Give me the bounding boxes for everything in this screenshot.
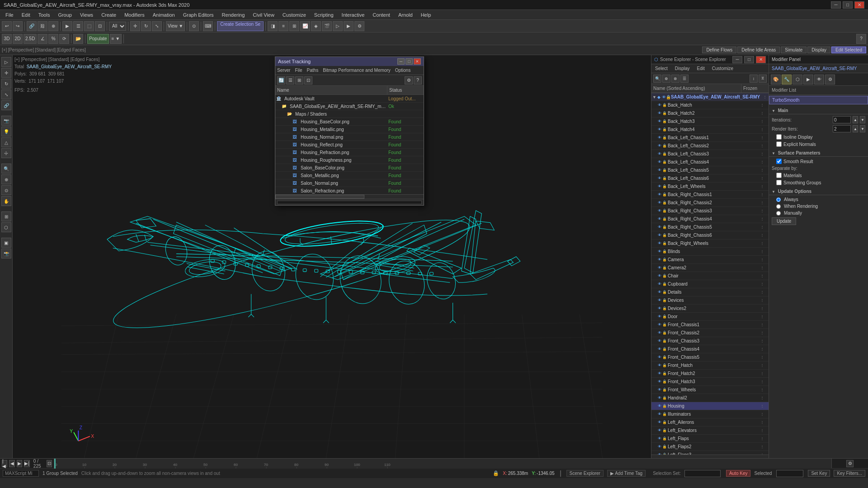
layer-manager[interactable]: ⊞: [289, 21, 299, 31]
isoline-display-checkbox[interactable]: [776, 134, 782, 140]
se-list-item[interactable]: 👁 🔒 Left_Ailerons ⋮: [651, 418, 769, 427]
se-item-lock[interactable]: 🔒: [662, 445, 667, 449]
display-btn[interactable]: Display: [807, 47, 830, 53]
se-item-action[interactable]: ⋮: [760, 184, 768, 188]
se-list-item[interactable]: 👁 🔒 Front_Chassis3 ⋮: [651, 337, 769, 345]
at-list-item[interactable]: 🖼 Housing_Normal.png Found: [275, 133, 424, 141]
se-item-action[interactable]: ⋮: [760, 217, 768, 221]
at-list-item[interactable]: 🖼 Housing_Reflect.png Found: [275, 141, 424, 149]
se-menu-select[interactable]: Select: [653, 66, 670, 71]
at-tb-btn2[interactable]: ☰: [286, 76, 294, 84]
se-item-lock[interactable]: 🔒: [662, 331, 667, 335]
se-list-item[interactable]: 👁 🔒 Left_Flaps3 ⋮: [651, 451, 769, 455]
se-item-action[interactable]: ⋮: [760, 331, 768, 335]
se-list-item[interactable]: 👁 🔒 Left_Flaps2 ⋮: [651, 443, 769, 451]
define-flows-btn[interactable]: Define Flows: [702, 47, 736, 53]
se-item-eye[interactable]: 👁: [658, 127, 661, 131]
se-item-lock[interactable]: 🔒: [662, 209, 667, 213]
menu-rendering[interactable]: Rendering: [218, 11, 249, 19]
se-item-lock[interactable]: 🔒: [662, 290, 667, 294]
lt-orbit[interactable]: ⊙: [1, 185, 11, 195]
materials-checkbox[interactable]: [776, 173, 782, 178]
minimize-button[interactable]: ─: [831, 1, 841, 9]
se-col-frozen-header[interactable]: Frozen: [741, 86, 769, 91]
lt-render-region[interactable]: ▣: [1, 238, 11, 248]
se-item-eye[interactable]: 👁: [658, 314, 661, 319]
se-item-action[interactable]: ⋮: [760, 119, 768, 123]
se-item-eye[interactable]: 👁: [658, 412, 661, 416]
se-item-eye[interactable]: 👁: [658, 298, 661, 302]
menu-interactive[interactable]: Interactive: [338, 11, 368, 19]
se-item-lock[interactable]: 🔒: [662, 258, 667, 262]
se-item-action[interactable]: ⋮: [760, 412, 768, 416]
se-item-lock[interactable]: 🔒: [662, 144, 667, 148]
se-item-action[interactable]: ⋮: [760, 176, 768, 180]
se-root-eye[interactable]: 👁: [662, 95, 666, 99]
lt-lights[interactable]: 💡: [1, 127, 11, 136]
se-item-lock[interactable]: 🔒: [662, 160, 667, 164]
se-item-lock[interactable]: 🔒: [662, 249, 667, 253]
scene-explorer-indicator[interactable]: Scene Explorer: [566, 470, 604, 477]
se-item-lock[interactable]: 🔒: [662, 233, 667, 237]
manually-radio[interactable]: [776, 211, 781, 216]
turbosmooth-modifier-item[interactable]: TurboSmooth: [769, 96, 868, 104]
at-close-btn[interactable]: ✕: [414, 58, 421, 65]
selection-filter[interactable]: All: [109, 22, 126, 31]
surface-params-collapse[interactable]: ▼: [772, 151, 775, 155]
lt-zoom-all[interactable]: ⊕: [1, 174, 11, 184]
menu-animation[interactable]: Animation: [149, 11, 179, 19]
spinner-snap[interactable]: ⟳: [59, 34, 69, 44]
se-item-eye[interactable]: 👁: [658, 290, 661, 294]
se-item-action[interactable]: ⋮: [760, 371, 768, 375]
se-list-item[interactable]: 👁 🔒 Camera ⋮: [651, 256, 769, 264]
se-item-action[interactable]: ⋮: [760, 201, 768, 205]
se-list-item[interactable]: 👁 🔒 Back_Left_Chassis3 ⋮: [651, 150, 769, 158]
menu-civil-view[interactable]: Civil View: [249, 11, 278, 19]
at-settings-btn[interactable]: ⚙: [405, 76, 413, 84]
se-filter-btn[interactable]: ⧖: [759, 75, 767, 83]
at-tb-btn3[interactable]: ⊞: [295, 76, 303, 84]
se-item-eye[interactable]: 👁: [658, 249, 661, 253]
se-item-action[interactable]: ⋮: [760, 298, 768, 302]
se-menu-edit[interactable]: Edit: [695, 66, 707, 71]
se-item-action[interactable]: ⋮: [760, 396, 768, 400]
se-list-item[interactable]: 👁 🔒 Front_Hatch3 ⋮: [651, 378, 769, 386]
se-item-action[interactable]: ⋮: [760, 445, 768, 449]
se-item-lock[interactable]: 🔒: [662, 371, 667, 375]
se-item-lock[interactable]: 🔒: [662, 347, 667, 351]
lt-helpers[interactable]: ☩: [1, 148, 11, 158]
se-item-lock[interactable]: 🔒: [662, 396, 667, 400]
se-list-item[interactable]: 👁 🔒 Left_Elevators ⋮: [651, 427, 769, 435]
at-list-item[interactable]: 📂 Maps / Shaders: [275, 110, 424, 118]
se-list-item[interactable]: 👁 🔒 Front_Chassis2 ⋮: [651, 329, 769, 337]
add-time-tag-btn[interactable]: ▶ Add Time Tag: [607, 470, 646, 477]
se-item-lock[interactable]: 🔒: [662, 225, 667, 229]
se-list-item[interactable]: 👁 🔒 Door ⋮: [651, 313, 769, 321]
se-item-lock[interactable]: 🔒: [662, 266, 667, 270]
pivot-center[interactable]: ⊙: [189, 21, 199, 31]
se-item-eye[interactable]: 👁: [658, 355, 661, 359]
at-help-btn[interactable]: ?: [414, 76, 422, 84]
at-col-name[interactable]: Name: [275, 86, 387, 94]
lt-link[interactable]: 🔗: [1, 100, 11, 110]
se-item-eye[interactable]: 👁: [658, 103, 661, 107]
iterations-up[interactable]: ▲: [853, 116, 858, 123]
at-list-item[interactable]: 📁 SAAB_GlobalEye_AEW_Aircraft_SE-RMY_max…: [275, 103, 424, 110]
se-root-lock[interactable]: 🔒: [666, 95, 671, 99]
se-item-action[interactable]: ⋮: [760, 225, 768, 229]
menu-scripting[interactable]: Scripting: [311, 11, 337, 19]
se-item-action[interactable]: ⋮: [760, 290, 768, 294]
se-item-lock[interactable]: 🔒: [662, 152, 667, 156]
at-list-item[interactable]: 🖼 Salon_Normal.png Found: [275, 179, 424, 187]
se-tb-btn1[interactable]: 🔍: [653, 75, 661, 83]
se-item-eye[interactable]: 👁: [658, 363, 661, 367]
snap-toggle-3d[interactable]: 3D: [2, 34, 12, 44]
se-list-item[interactable]: 👁 🔒 Back_Left_Chassis5 ⋮: [651, 166, 769, 174]
at-tb-btn1[interactable]: 🔄: [277, 76, 285, 84]
se-item-eye[interactable]: 👁: [658, 233, 661, 237]
at-menu-file[interactable]: File: [295, 68, 302, 73]
se-item-lock[interactable]: 🔒: [662, 111, 667, 115]
lt-camera[interactable]: 📷: [1, 116, 11, 126]
at-list-item[interactable]: 🖼 Housing_Metallic.png Found: [275, 126, 424, 133]
lt-snapshot[interactable]: 📸: [1, 249, 11, 258]
